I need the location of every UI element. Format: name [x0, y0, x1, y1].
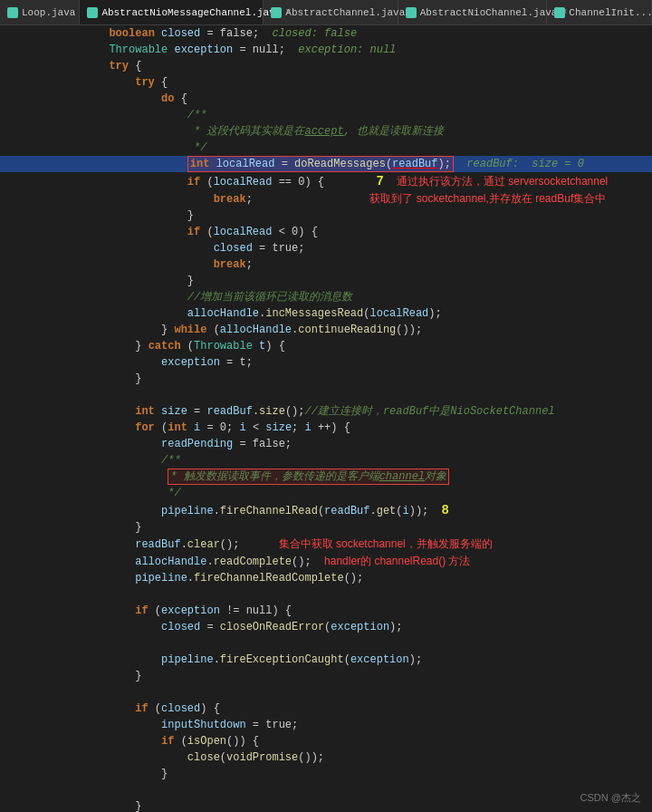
code-line: if (closed) {: [0, 701, 652, 717]
code-line: if (localRead == 0) { 7 通过执行该方法，通过 serve…: [0, 172, 652, 190]
line-content: if (isOpen()) {: [27, 733, 652, 749]
line-content: pipeline.fireChannelReadComplete();: [27, 570, 652, 586]
code-line: [0, 586, 652, 603]
code-line: /**: [0, 452, 652, 469]
line-content: if (closed) {: [27, 701, 652, 717]
code-line: if (isOpen()) {: [0, 733, 652, 749]
code-line: }: [0, 668, 652, 684]
line-content: //增加当前该循环已读取的消息数: [27, 289, 652, 305]
line-content: closed = closeOnReadError(exception);: [27, 619, 652, 635]
line-content: pipeline.fireChannelRead(readBuf.get(i))…: [27, 501, 652, 519]
code-line: }: [0, 766, 652, 782]
code-line: }: [0, 798, 652, 812]
tab-abstractchannel[interactable]: AbstractChannel.java ×: [264, 0, 398, 24]
code-line: [0, 684, 652, 701]
code-line: try {: [0, 58, 652, 74]
line-content: break;: [27, 256, 652, 273]
line-content: * 触发数据读取事件，参数传递的是客户端channel对象: [27, 469, 652, 485]
tab-icon-abstractniochannel: [406, 7, 417, 18]
code-line: readBuf.clear(); 集合中获取 socketchannel，并触发…: [0, 536, 652, 553]
code-line: pipeline.fireChannelRead(readBuf.get(i))…: [0, 501, 652, 519]
line-content: readBuf.clear(); 集合中获取 socketchannel，并触发…: [27, 536, 652, 553]
line-content: inputShutdown = true;: [27, 717, 652, 733]
line-content: }: [27, 668, 652, 684]
line-content: /**: [27, 452, 652, 469]
code-line: pipeline.fireChannelReadComplete();: [0, 570, 652, 586]
code-line: pipeline.fireExceptionCaught(exception);: [0, 652, 652, 668]
tab-label-channelinit: ChannelInit...: [569, 7, 652, 18]
code-line: allocHandle.readComplete(); handler的 cha…: [0, 553, 652, 570]
line-content: boolean closed = false; closed: false: [27, 25, 652, 42]
line-content: [27, 684, 652, 701]
code-line: }: [0, 208, 652, 224]
line-content: */: [27, 485, 652, 501]
code-line: closed = true;: [0, 240, 652, 256]
code-line: * 触发数据读取事件，参数传递的是客户端channel对象: [0, 469, 652, 485]
line-content: [27, 635, 652, 652]
tab-loop[interactable]: Loop.java ×: [0, 0, 80, 24]
line-content: [27, 782, 652, 798]
line-content: }: [27, 371, 652, 387]
line-content: if (localRead < 0) {: [27, 224, 652, 240]
line-content: try {: [27, 58, 652, 74]
code-line: do {: [0, 91, 652, 107]
code-line: for (int i = 0; i < size; i ++) {: [0, 420, 652, 436]
line-content: closed = true;: [27, 240, 652, 256]
code-line: closed = closeOnReadError(exception);: [0, 619, 652, 635]
watermark: CSDN @杰之: [580, 791, 641, 805]
code-lines: boolean closed = false; closed: false Th…: [0, 25, 652, 812]
tab-label-abstractchannel: AbstractChannel.java: [285, 7, 405, 18]
line-content: [27, 387, 652, 403]
line-content: try {: [27, 74, 652, 91]
code-line: }: [0, 371, 652, 387]
code-line: } catch (Throwable t) {: [0, 338, 652, 354]
code-area: boolean closed = false; closed: false Th…: [0, 25, 652, 812]
tab-label-abstractniomessage: AbstractNioMessageChannel.java: [101, 7, 281, 18]
tab-abstractniochannel[interactable]: AbstractNioChannel.java ×: [398, 0, 548, 24]
code-line: break; 获取到了 socketchannel,并存放在 readBuf集合…: [0, 190, 652, 208]
line-content: * 这段代码其实就是在accept, 也就是读取新连接: [27, 123, 652, 140]
code-line-highlighted: int localRead = doReadMessages(readBuf);…: [0, 156, 652, 172]
tab-label-loop: Loop.java: [22, 7, 75, 18]
line-content: } while (allocHandle.continueReading());: [27, 322, 652, 338]
tab-channelinit[interactable]: ChannelInit... ×: [547, 0, 652, 24]
line-content: }: [27, 766, 652, 782]
tab-icon-channelinit: [554, 7, 565, 18]
tab-icon-loop: [7, 7, 18, 18]
code-line: [0, 635, 652, 652]
code-line: */: [0, 485, 652, 501]
line-content: } catch (Throwable t) {: [27, 338, 652, 354]
tab-icon-abstractchannel: [271, 7, 282, 18]
line-content: exception = t;: [27, 354, 652, 371]
line-content: allocHandle.incMessagesRead(localRead);: [27, 305, 652, 322]
code-line: close(voidPromise());: [0, 749, 652, 766]
code-content[interactable]: boolean closed = false; closed: false Th…: [0, 25, 652, 812]
code-line: exception = t;: [0, 354, 652, 371]
line-content: int localRead = doReadMessages(readBuf);…: [27, 156, 652, 172]
line-content: break; 获取到了 socketchannel,并存放在 readBuf集合…: [27, 190, 652, 208]
code-line: inputShutdown = true;: [0, 717, 652, 733]
code-line: }: [0, 273, 652, 289]
line-content: if (localRead == 0) { 7 通过执行该方法，通过 serve…: [27, 172, 652, 190]
line-content: */: [27, 140, 652, 156]
code-line: //增加当前该循环已读取的消息数: [0, 289, 652, 305]
line-content: close(voidPromise());: [27, 749, 652, 766]
tab-abstractniomessage[interactable]: AbstractNioMessageChannel.java ×: [80, 0, 264, 24]
line-content: }: [27, 273, 652, 289]
code-line: * 这段代码其实就是在accept, 也就是读取新连接: [0, 123, 652, 140]
line-content: [27, 586, 652, 603]
code-line: [0, 387, 652, 403]
line-content: readPending = false;: [27, 436, 652, 452]
code-line: boolean closed = false; closed: false: [0, 25, 652, 42]
line-content: allocHandle.readComplete(); handler的 cha…: [27, 553, 652, 570]
line-content: for (int i = 0; i < size; i ++) {: [27, 420, 652, 436]
line-content: if (exception != null) {: [27, 603, 652, 619]
line-content: }: [27, 798, 652, 812]
code-line: /**: [0, 107, 652, 123]
code-line: Throwable exception = null; exception: n…: [0, 42, 652, 58]
code-line: allocHandle.incMessagesRead(localRead);: [0, 305, 652, 322]
line-content: }: [27, 519, 652, 536]
line-content: do {: [27, 91, 652, 107]
line-content: }: [27, 208, 652, 224]
tab-icon-abstractniomessage: [87, 7, 98, 18]
